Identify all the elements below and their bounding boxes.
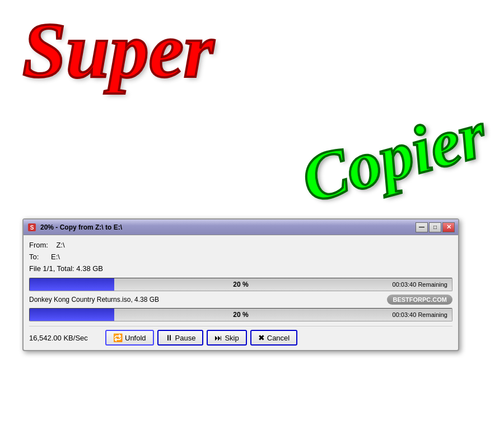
to-label: To: (29, 253, 39, 261)
pause-button[interactable]: ⏸ Pause (157, 330, 204, 346)
file-info-row: Donkey Kong Country Returns.iso, 4.38 GB… (29, 295, 452, 305)
unfold-icon: 🔁 (113, 333, 123, 342)
skip-label: Skip (225, 334, 239, 342)
window-controls: — □ ✕ (416, 222, 455, 232)
cancel-icon: ✖ (258, 333, 265, 342)
restore-button[interactable]: □ (429, 222, 441, 232)
dialog-titlebar: S 20% - Copy from Z:\ to E:\ — □ ✕ (24, 220, 458, 235)
file-total-info: File 1/1, Total: 4.38 GB (29, 263, 452, 275)
unfold-button[interactable]: 🔁 Unfold (105, 330, 154, 346)
cancel-button[interactable]: ✖ Cancel (250, 330, 297, 346)
file-progress-bar: 20 % 00:03:40 Remaining (29, 308, 452, 321)
overall-progress-fill (30, 278, 114, 291)
skip-icon: ⏭ (214, 333, 222, 342)
dialog-content: From: Z:\ To: E:\ File 1/1, Total: 4.38 … (24, 235, 458, 350)
from-value: Z:\ (56, 241, 64, 249)
copy-dialog: S 20% - Copy from Z:\ to E:\ — □ ✕ From:… (22, 218, 459, 351)
skip-button[interactable]: ⏭ Skip (207, 330, 246, 346)
pause-icon: ⏸ (165, 333, 173, 342)
app-copier-title: Copier (295, 100, 493, 213)
overall-progress-percent: 20 % (233, 281, 248, 288)
app-icon: S (27, 222, 37, 232)
file-name-label: Donkey Kong Country Returns.iso, 4.38 GB (29, 296, 159, 304)
dialog-title: 20% - Copy from Z:\ to E:\ (40, 223, 122, 231)
app-super-title: Super (22, 11, 214, 90)
file-progress-percent: 20 % (233, 311, 248, 319)
unfold-label: Unfold (125, 334, 146, 342)
file-remaining-time: 00:03:40 Remaining (393, 311, 447, 318)
file-progress-fill (30, 309, 114, 321)
close-button[interactable]: ✕ (442, 222, 455, 232)
minimize-button[interactable]: — (416, 222, 428, 232)
overall-progress-bar: 20 % 00:03:40 Remaining (29, 278, 452, 291)
action-row: 16,542.00 KB/Sec 🔁 Unfold ⏸ Pause ⏭ Skip… (29, 326, 452, 346)
svg-text:S: S (30, 225, 34, 231)
pause-label: Pause (175, 334, 196, 342)
overall-remaining-time: 00:03:40 Remaining (393, 281, 447, 288)
cancel-label: Cancel (267, 334, 290, 342)
watermark-badge: BESTFORPC.COM (387, 295, 452, 305)
speed-display: 16,542.00 KB/Sec (29, 334, 102, 342)
titlebar-left: S 20% - Copy from Z:\ to E:\ (27, 222, 122, 232)
to-line: To: E:\ (29, 251, 452, 263)
from-line: From: Z:\ (29, 240, 452, 251)
to-value: E:\ (51, 253, 60, 261)
from-label: From: (29, 241, 48, 249)
